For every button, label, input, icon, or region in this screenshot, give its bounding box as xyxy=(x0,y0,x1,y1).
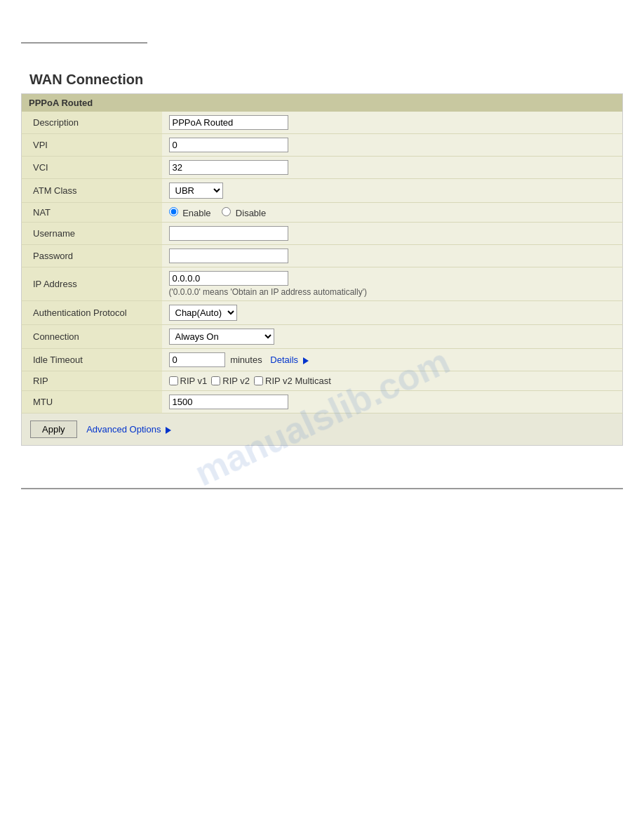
table-row: NAT Enable Disable xyxy=(22,203,623,223)
description-cell xyxy=(162,112,623,134)
atm-class-cell: UBR CBR VBR-nrt VBR-rt xyxy=(162,179,623,203)
idle-timeout-input[interactable] xyxy=(169,352,225,367)
username-label: Username xyxy=(22,223,162,245)
rip-v2-multicast-label[interactable]: RIP v2 Multicast xyxy=(254,376,331,386)
atm-class-select[interactable]: UBR CBR VBR-nrt VBR-rt xyxy=(169,183,223,199)
table-row: MTU xyxy=(22,391,623,413)
auth-protocol-select[interactable]: Chap(Auto) PAP CHAP xyxy=(169,305,237,321)
rip-v2-label[interactable]: RIP v2 xyxy=(211,376,250,386)
connection-label: Connection xyxy=(22,325,162,349)
idle-timeout-cell: minutes Details xyxy=(162,349,623,371)
mtu-label: MTU xyxy=(22,391,162,413)
auth-protocol-label: Authentication Protocol xyxy=(22,301,162,325)
nat-enable-label[interactable]: Enable xyxy=(169,208,214,218)
table-row: Password xyxy=(22,245,623,267)
ip-address-label: IP Address xyxy=(22,267,162,301)
rip-label: RIP xyxy=(22,371,162,391)
table-row: Authentication Protocol Chap(Auto) PAP C… xyxy=(22,301,623,325)
apply-cell: Apply Advanced Options xyxy=(22,413,623,446)
ip-address-cell: ('0.0.0.0' means 'Obtain an IP address a… xyxy=(162,267,623,301)
vci-input[interactable] xyxy=(169,160,288,175)
table-row: Username xyxy=(22,223,623,245)
table-row: Connection Always On Connect on Demand M… xyxy=(22,325,623,349)
rip-section: RIP v1 RIP v2 RIP v2 Multicast xyxy=(169,376,616,386)
rip-v1-label[interactable]: RIP v1 xyxy=(169,376,208,386)
idle-timeout-label: Idle Timeout xyxy=(22,349,162,371)
table-row: Idle Timeout minutes Details xyxy=(22,349,623,371)
username-input[interactable] xyxy=(169,226,288,241)
nat-cell: Enable Disable xyxy=(162,203,623,223)
nat-label: NAT xyxy=(22,203,162,223)
rip-v2-checkbox[interactable] xyxy=(211,376,220,385)
table-row: VPI xyxy=(22,134,623,157)
rip-cell: RIP v1 RIP v2 RIP v2 Multicast xyxy=(162,371,623,391)
vpi-cell xyxy=(162,134,623,157)
username-cell xyxy=(162,223,623,245)
description-input[interactable] xyxy=(169,115,288,130)
vpi-input[interactable] xyxy=(169,138,288,152)
nat-enable-radio[interactable] xyxy=(169,207,178,216)
vpi-label: VPI xyxy=(22,134,162,157)
rip-v1-checkbox[interactable] xyxy=(169,376,178,385)
section-header: PPPoA Routed xyxy=(22,94,623,112)
auth-protocol-cell: Chap(Auto) PAP CHAP xyxy=(162,301,623,325)
password-label: Password xyxy=(22,245,162,267)
password-cell xyxy=(162,245,623,267)
ip-address-input[interactable] xyxy=(169,271,288,286)
bottom-divider xyxy=(21,488,623,489)
nat-disable-radio[interactable] xyxy=(222,207,231,216)
mtu-cell xyxy=(162,391,623,413)
wan-form-table: PPPoA Routed Description VPI VCI ATM Cla… xyxy=(21,93,623,446)
ip-address-note: ('0.0.0.0' means 'Obtain an IP address a… xyxy=(169,287,616,297)
table-row: IP Address ('0.0.0.0' means 'Obtain an I… xyxy=(22,267,623,301)
table-row: Description xyxy=(22,112,623,134)
mtu-input[interactable] xyxy=(169,395,288,409)
table-row: VCI xyxy=(22,157,623,179)
description-label: Description xyxy=(22,112,162,134)
rip-v2-multicast-checkbox[interactable] xyxy=(254,376,263,385)
connection-select[interactable]: Always On Connect on Demand Manual xyxy=(169,329,274,345)
table-row: RIP RIP v1 RIP v2 RIP v2 Multicast xyxy=(22,371,623,391)
top-divider xyxy=(21,42,147,44)
advanced-options-arrow-icon xyxy=(166,427,171,434)
vci-cell xyxy=(162,157,623,179)
apply-button[interactable]: Apply xyxy=(30,421,77,438)
connection-cell: Always On Connect on Demand Manual xyxy=(162,325,623,349)
minutes-text: minutes xyxy=(230,355,262,365)
table-row: ATM Class UBR CBR VBR-nrt VBR-rt xyxy=(22,179,623,203)
vci-label: VCI xyxy=(22,157,162,179)
details-link[interactable]: Details xyxy=(270,355,308,365)
password-input[interactable] xyxy=(169,249,288,263)
atm-class-label: ATM Class xyxy=(22,179,162,203)
apply-row: Apply Advanced Options xyxy=(22,413,623,446)
wan-connection-title: WAN Connection xyxy=(21,65,623,93)
advanced-options-link[interactable]: Advanced Options xyxy=(86,424,171,435)
nat-disable-label[interactable]: Disable xyxy=(222,208,266,218)
details-arrow-icon xyxy=(303,357,309,364)
